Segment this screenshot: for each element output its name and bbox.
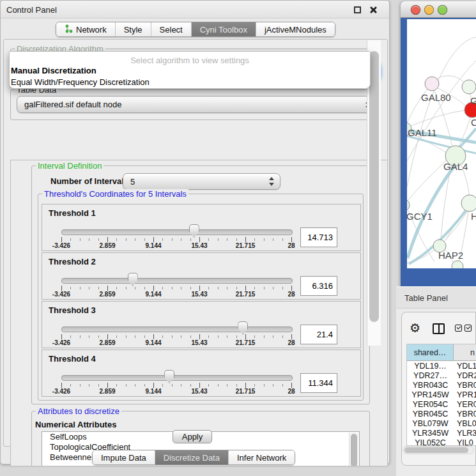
table-row[interactable]: YIL052CYIL0 (407, 438, 476, 446)
table-row[interactable]: YBR043CYBR0 (407, 380, 476, 390)
table-row[interactable]: YLR345WYLR3 (407, 428, 476, 438)
tick-mark (162, 384, 163, 387)
table-cell: YER0 (454, 399, 476, 409)
tick-mark (116, 384, 117, 387)
tick-mark (153, 383, 154, 388)
bottom-tab-infer-network[interactable]: Infer Network (229, 450, 295, 464)
close-icon[interactable] (369, 6, 378, 14)
gear-icon[interactable]: ⚙ (410, 321, 420, 335)
table-cell: YLR345W (407, 428, 454, 438)
bottom-tab-discretize-data[interactable]: Discretize Data (155, 450, 229, 464)
cyni-toolbox-panel: Discretization Algorithm Select algorith… (3, 39, 388, 447)
tick-mark (107, 334, 108, 339)
threshold-value-box[interactable]: 11.344 (300, 373, 337, 393)
control-panel-titlebar[interactable]: Control Panel (1, 1, 389, 19)
slider-tick-labels: -3.4262.8599.14415.4321.71528 (61, 242, 291, 250)
slider-handle[interactable] (164, 370, 174, 383)
table-row[interactable]: YPR145WYPR1 (407, 390, 476, 399)
threshold-value-box[interactable]: 21.4 (300, 325, 337, 344)
tab-jactivemnodules[interactable]: jActiveMNodules (256, 22, 335, 36)
tick-mark (227, 335, 227, 338)
tab-cyni-toolbox[interactable]: Cyni Toolbox (192, 22, 256, 36)
tick-mark (89, 384, 89, 387)
table-row[interactable]: YDL19…YDL1 (407, 361, 476, 371)
table-panel-titlebar[interactable]: Table Panel (396, 288, 476, 309)
tab-style[interactable]: Style (116, 22, 151, 36)
table-hscrollbar[interactable] (403, 446, 474, 454)
svg-text:GAL4: GAL4 (443, 161, 468, 172)
column-header-n[interactable]: n (454, 344, 476, 361)
tick-mark (135, 238, 135, 241)
tick-mark (70, 384, 71, 387)
network-canvas[interactable]: GAL80GACGAL11GAL4GCY1HHAP2 (407, 19, 476, 268)
tick-mark (190, 287, 191, 289)
tab-label: Network (76, 25, 107, 35)
tick-mark (291, 286, 292, 291)
table-row[interactable]: YBR045CYBR0 (407, 409, 476, 418)
table-cell: YLR3 (454, 428, 476, 438)
bottom-tab-impute-data[interactable]: Impute Data (93, 450, 155, 464)
table-row[interactable]: YBL079WYBL0 (407, 418, 476, 428)
tick-label: 2.859 (99, 339, 115, 346)
tick-mark (89, 287, 89, 289)
table-cell: YPR145W (407, 390, 454, 399)
slider-handle[interactable] (189, 224, 199, 238)
slider-tick-labels: -3.4262.8599.14415.4321.71528 (61, 291, 291, 298)
viewport-scrollbar-thumb[interactable] (369, 51, 379, 322)
tab-network[interactable]: Network (56, 22, 116, 36)
num-intervals-combobox[interactable]: 5 (123, 173, 280, 190)
tick-mark (107, 237, 108, 242)
tick-mark (208, 287, 209, 289)
close-traffic-light[interactable] (411, 5, 420, 15)
threshold-value-box[interactable]: 14.713 (300, 227, 337, 247)
minimize-traffic-light[interactable] (424, 5, 434, 15)
node-table[interactable]: shared…n YDL19…YDL1YDR27…YDR2YBR043CYBR0… (406, 344, 476, 446)
checkbox-icon[interactable] (464, 325, 472, 332)
tick-mark (199, 286, 200, 291)
tick-mark (218, 384, 219, 387)
tab-label: Style (124, 25, 142, 35)
tick-mark (61, 286, 62, 291)
slider-track[interactable] (61, 375, 293, 381)
tick-mark (107, 286, 108, 291)
tick-mark (98, 238, 99, 241)
network-window-titlebar[interactable] (401, 1, 476, 18)
tick-mark (135, 335, 135, 338)
algorithm-placeholder: Select algorithm to view settings (10, 56, 370, 65)
tick-mark (98, 335, 99, 338)
table-row[interactable]: YDR27…YDR2 (407, 371, 476, 380)
algorithm-option-equal-width-frequency-discretization[interactable]: Equal Width/Frequency Discretization (11, 77, 150, 87)
attributes-scrollbar[interactable] (349, 433, 358, 466)
slider-track[interactable] (61, 326, 293, 332)
zoom-traffic-light[interactable] (438, 5, 447, 15)
split-columns-icon[interactable] (433, 323, 445, 334)
table-body: YDL19…YDL1YDR27…YDR2YBR043CYBR0YPR145WYP… (407, 361, 476, 446)
checkbox-icon[interactable] (455, 325, 462, 332)
tab-label: Select (160, 25, 183, 35)
threshold-label: Threshold 2 (49, 257, 96, 266)
tick-mark (135, 287, 135, 289)
slider-track[interactable] (61, 278, 293, 284)
slider-track[interactable] (61, 229, 293, 235)
numerical-attributes-heading: Numerical Attributes (35, 420, 116, 429)
tick-mark (144, 287, 145, 289)
slider-handle[interactable] (238, 321, 248, 335)
tick-mark (208, 384, 209, 387)
table-data-combobox[interactable]: galFiltered.sif default node (17, 96, 377, 113)
svg-text:GCY1: GCY1 (407, 211, 433, 222)
tick-mark (61, 237, 62, 242)
apply-button[interactable]: Apply (173, 430, 212, 443)
bottom-tab-strip: Impute DataDiscretize DataInfer Network (92, 450, 295, 465)
table-row[interactable]: YER054CYER0 (407, 399, 476, 409)
svg-text:GAL11: GAL11 (408, 127, 437, 138)
float-window-icon[interactable] (354, 6, 361, 13)
tick-mark (199, 334, 200, 339)
column-header-shared-[interactable]: shared… (407, 344, 454, 361)
algorithm-option-manual-discretization[interactable]: Manual Discretization (11, 66, 96, 75)
tab-select[interactable]: Select (151, 22, 192, 36)
table-cell: YBR0 (454, 380, 476, 390)
table-hscrollbar-thumb[interactable] (404, 447, 468, 453)
threshold-value-box[interactable]: 6.316 (300, 276, 337, 296)
attributes-scrollbar-thumb[interactable] (351, 434, 357, 466)
slider-handle[interactable] (128, 273, 138, 286)
